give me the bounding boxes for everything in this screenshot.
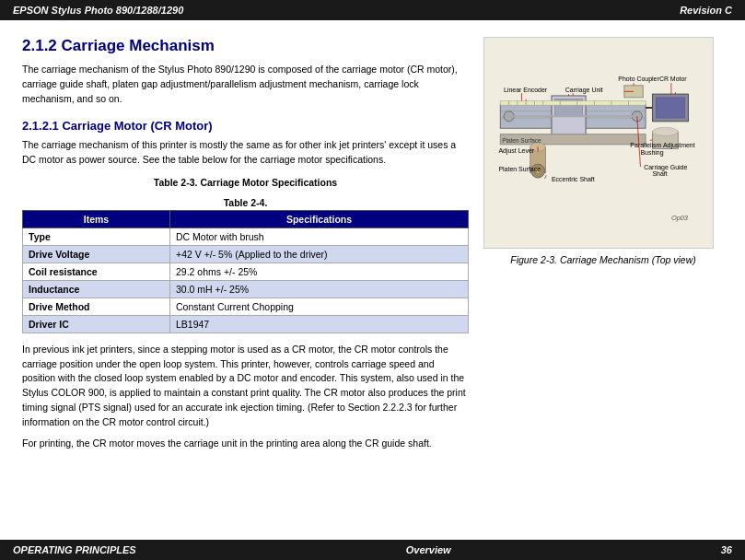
table-cell-spec: +42 V +/- 5% (Applied to the driver) [170,245,469,262]
svg-text:Bushing: Bushing [640,149,663,157]
table-row: TypeDC Motor with brush [23,228,469,245]
svg-text:Op03: Op03 [671,214,689,222]
table-row: Driver ICLB1947 [23,315,469,332]
table-cell-item: Inductance [23,280,170,298]
table-cell-spec: LB1947 [170,315,469,332]
table-row: Coil resistance29.2 ohms +/- 25% [23,262,469,280]
svg-text:Photo Coupler: Photo Coupler [618,76,659,83]
diagram-svg: Platen Surface [492,45,705,240]
table-row: Drive MethodConstant Current Chopping [23,298,469,315]
main-content: 2.1.2 Carriage Mechanism The carriage me… [0,20,745,514]
right-column: Platen Surface [483,37,723,459]
table-row: Drive Voltage+42 V +/- 5% (Applied to th… [23,245,469,262]
table-cell-item: Driver IC [23,315,170,332]
table-cell-spec: DC Motor with brush [170,228,469,245]
svg-text:Linear Encoder: Linear Encoder [504,87,548,93]
section-title: 2.1.2 Carriage Mechanism [22,37,469,55]
svg-text:CR Motor: CR Motor [659,76,687,82]
table-cell-item: Coil resistance [23,262,170,280]
svg-text:Carriage Unit: Carriage Unit [565,87,603,94]
section-intro: The carriage mechanism of the Stylus Pho… [22,63,469,106]
col-header-items: Items [23,210,170,228]
table-cell-spec: Constant Current Chopping [170,298,469,315]
diagram-container: Platen Surface [483,37,723,265]
header-right: Revision C [680,5,732,16]
table-cell-spec: 30.0 mH +/- 25% [170,280,469,298]
table-caption1: Table 2-3. Carriage Motor Specifications [22,177,469,188]
svg-text:Eccentric Shaft: Eccentric Shaft [552,176,595,182]
svg-text:Parallelism Adjustment: Parallelism Adjustment [630,142,694,149]
svg-text:Platen Surface: Platen Surface [502,137,541,144]
diagram-box: Platen Surface [483,37,714,249]
svg-text:Adjust Lever: Adjust Lever [498,147,534,155]
section-body2: In previous ink jet printers, since a st… [22,343,469,430]
svg-rect-7 [656,98,685,118]
figure-caption: Figure 2-3. Carriage Mechanism (Top view… [483,254,723,265]
table-cell-item: Drive Voltage [23,245,170,262]
footer-right: 36 [721,544,732,555]
table-cell-item: Type [23,228,170,245]
subsection-body1: The carriage mechanism of this printer i… [22,138,469,168]
table-caption2: Table 2-4. [22,197,469,208]
footer-center: Overview [406,544,451,555]
header-left: EPSON Stylus Photo 890/1288/1290 [13,5,183,16]
svg-point-31 [652,127,678,135]
svg-rect-10 [500,101,646,106]
page-footer: OPERATING PRINCIPLES Overview 36 [0,540,745,560]
svg-text:Platen Surface: Platen Surface [498,166,541,172]
subsection-title: 2.1.2.1 Carriage Motor (CR Motor) [22,119,469,133]
left-column: 2.1.2 Carriage Mechanism The carriage me… [22,37,469,459]
table-cell-item: Drive Method [23,298,170,315]
section-body3: For printing, the CR motor moves the car… [22,437,469,451]
footer-left: OPERATING PRINCIPLES [13,544,136,555]
page-header: EPSON Stylus Photo 890/1288/1290 Revisio… [0,0,745,20]
table-row: Inductance30.0 mH +/- 25% [23,280,469,298]
svg-text:Shaft: Shaft [652,170,667,177]
col-header-specs: Specifications [170,210,469,228]
spec-table: Items Specifications TypeDC Motor with b… [22,210,469,333]
table-cell-spec: 29.2 ohms +/- 25% [170,262,469,280]
